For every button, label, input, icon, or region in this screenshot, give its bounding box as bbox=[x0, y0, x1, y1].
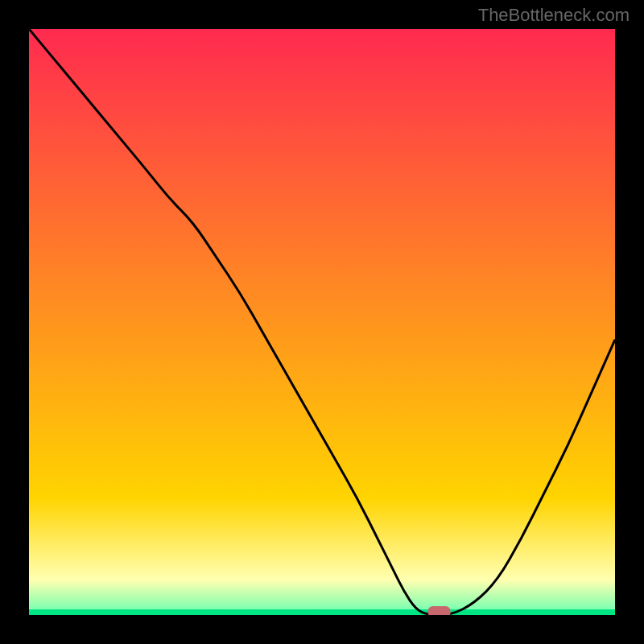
plot-area bbox=[29, 29, 615, 615]
watermark-text: TheBottleneck.com bbox=[478, 5, 630, 26]
optimum-marker bbox=[428, 606, 451, 615]
bottleneck-chart bbox=[29, 29, 615, 615]
